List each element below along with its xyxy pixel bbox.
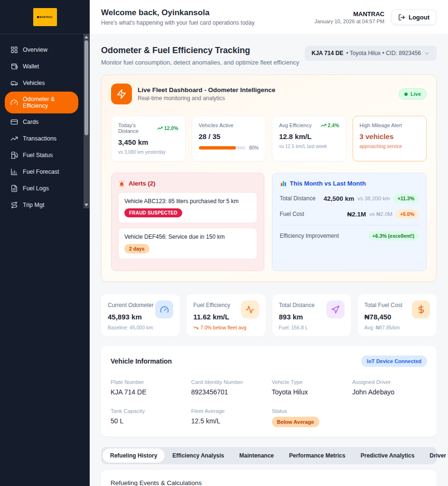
metric-sub: Baseline: 45,000 km	[108, 325, 173, 330]
sidebar-item-wallet[interactable]: Wallet	[5, 58, 78, 75]
stat-label: High Mileage Alert	[360, 122, 402, 128]
logout-button[interactable]: Logout	[391, 9, 437, 25]
iot-connected-badge: IoT Device Connected	[361, 355, 427, 367]
sidebar-item-odometer-efficiency[interactable]: Odometer & Efficiency	[5, 92, 78, 113]
gauge-icon	[155, 300, 173, 318]
page-content: Odometer & Fuel Efficiency Tracking Moni…	[90, 34, 448, 486]
comparison-label: Efficiency Improvement	[280, 233, 339, 239]
fraud-suspected-badge: FRAUD SUSPECTED	[124, 208, 182, 217]
scrollbar-thumb[interactable]	[84, 40, 88, 135]
change-badge: +11.3%	[393, 194, 419, 203]
field-card-identity-number: Card Identity Number 8923456701	[191, 379, 266, 396]
logout-icon	[398, 14, 405, 21]
sidebar: MANTRAC Overview Wallet Vehicles Odomete…	[0, 0, 90, 486]
alert-text: Vehicle ABC123: 85 liters purchased for …	[124, 198, 251, 205]
sidebar-nav: Overview Wallet Vehicles Odometer & Effi…	[0, 34, 90, 218]
sidebar-item-vehicles[interactable]: Vehicles	[5, 75, 78, 91]
field-plate-number: Plate Number KJA 714 DE	[111, 379, 186, 396]
welcome-subtitle: Here's what's happening with your fuel c…	[101, 19, 254, 26]
file-text-icon	[10, 185, 18, 192]
fuel-pump-icon	[10, 151, 18, 159]
tab-driver-performance[interactable]: Driver Performance	[422, 449, 448, 463]
vehicle-information-card: Vehicle Information IoT Device Connected…	[101, 346, 437, 437]
metric-sub: Avg: ₦87.85/km	[364, 325, 430, 330]
live-dashboard-title: Live Fleet Dashboard - Odometer Intellig…	[138, 86, 393, 93]
sidebar-item-transactions[interactable]: Transactions	[5, 131, 78, 147]
trending-up-icon	[10, 135, 18, 142]
navigation-icon	[327, 300, 345, 318]
sidebar-item-trip-mgt[interactable]: Trip Mgt	[5, 197, 78, 213]
sidebar-item-overview[interactable]: Overview	[5, 42, 78, 58]
comparison-label: Fuel Cost	[280, 211, 304, 217]
sidebar-item-label: Overview	[23, 47, 47, 53]
trend-up-badge: 12.0%	[157, 125, 178, 131]
mantrac-logo[interactable]: MANTRAC	[33, 8, 57, 26]
sidebar-item-label: Odometer & Efficiency	[23, 96, 73, 109]
logo-text: MANTRAC	[37, 16, 53, 19]
alert-text: Vehicle DEF456: Service due in 150 km	[124, 234, 251, 240]
month-comparison-title: This Month vs Last Month	[280, 180, 419, 187]
stat-sub: vs 3,080 km yesterday	[118, 150, 178, 155]
field-tank-capacity: Tank Capacity 50 L	[111, 408, 186, 427]
vehicles-active-progress: 80%	[199, 145, 259, 150]
trend-up-badge: 2.4%	[321, 122, 339, 128]
sidebar-item-cards[interactable]: Cards	[5, 114, 78, 130]
metric-label: Total Fuel Cost	[364, 300, 402, 308]
comparison-row-total-distance: Total Distance 42,500 km vs 38,200 km +1…	[280, 194, 419, 203]
alert-item[interactable]: Vehicle ABC123: 85 liters purchased for …	[118, 192, 257, 223]
stat-value: 12.8 km/L	[279, 132, 339, 140]
sidebar-item-fuel-forecast[interactable]: Fuel Forecast	[5, 164, 78, 180]
vehicle-selector-dropdown[interactable]: KJA 714 DE • Toyota Hilux • CID: 8923456	[305, 46, 437, 61]
tab-maintenance[interactable]: Maintenance	[232, 449, 281, 463]
metric-card-total-distance: Total Distance 893 km Fuel: 156.8 L	[272, 294, 351, 336]
credit-card-icon	[10, 118, 18, 126]
tab-predictive-analytics[interactable]: Predictive Analytics	[353, 449, 422, 463]
scroll-up-arrow-icon[interactable]	[84, 36, 88, 38]
month-comparison-panel: This Month vs Last Month Total Distance …	[272, 173, 427, 271]
due-days-badge: 2 days	[124, 244, 149, 253]
sidebar-item-fuel-logs[interactable]: Fuel Logs	[5, 180, 78, 196]
progress-track	[199, 146, 245, 150]
live-panels-row: Alerts (2) Vehicle ABC123: 85 liters pur…	[111, 173, 427, 271]
top-header: Welcome back, Oyinkansola Here's what's …	[90, 0, 448, 34]
metric-sub: 7.0% below fleet avg	[193, 325, 259, 330]
main-area: Welcome back, Oyinkansola Here's what's …	[90, 0, 448, 486]
scroll-down-arrow-icon[interactable]	[84, 204, 88, 206]
field-status: Status Below Average	[272, 408, 347, 427]
tab-efficiency-analysis[interactable]: Efficiency Analysis	[165, 449, 232, 463]
sidebar-item-label: Transactions	[23, 135, 56, 142]
sidebar-scrollbar[interactable]	[84, 34, 89, 208]
stat-label: Avg Efficiency	[279, 122, 312, 128]
sidebar-item-label: Fuel Forecast	[23, 168, 59, 175]
tab-refueling-history[interactable]: Refueling History	[103, 449, 165, 463]
car-icon	[10, 79, 18, 87]
panel-divider	[280, 225, 419, 225]
alert-item[interactable]: Vehicle DEF456: Service due in 150 km 2 …	[118, 228, 257, 259]
siren-icon	[118, 180, 125, 187]
stat-label: Today's Distance	[118, 122, 157, 134]
selected-vehicle-plate: KJA 714 DE	[311, 50, 343, 56]
brand-block: MANTRAC January 10, 2026 at 04:57 PM	[315, 10, 384, 24]
page-subtitle: Monitor fuel consumption, detect anomali…	[101, 59, 299, 66]
section-tabs: Refueling History Efficiency Analysis Ma…	[101, 447, 437, 464]
sidebar-item-fuel-status[interactable]: Fuel Status	[5, 147, 78, 163]
comparison-label: Total Distance	[280, 195, 316, 202]
header-right: MANTRAC January 10, 2026 at 04:57 PM Log…	[315, 9, 437, 25]
gauge-icon	[10, 99, 18, 106]
stat-card-avg-efficiency: Avg Efficiency 2.4% 12.8 km/L vs 12.5 km…	[272, 116, 346, 161]
metric-sub: Fuel: 156.8 L	[279, 325, 345, 330]
stat-sub: approaching service	[360, 144, 420, 149]
sidebar-item-label: Cards	[23, 119, 38, 125]
stat-value: 3,450 km	[118, 138, 178, 146]
live-dashboard-header: Live Fleet Dashboard - Odometer Intellig…	[111, 84, 427, 104]
field-vehicle-type: Vehicle Type Toyota Hilux	[272, 379, 347, 396]
stat-card-high-mileage-alert: High Mileage Alert 3 vehicles approachin…	[353, 116, 427, 161]
metric-cards-row: Current Odometer 45,893 km Baseline: 45,…	[101, 294, 437, 336]
sidebar-item-label: Fuel Logs	[23, 185, 49, 192]
tab-performance-metrics[interactable]: Performance Metrics	[281, 449, 353, 463]
page-title-block: Odometer & Fuel Efficiency Tracking Moni…	[101, 46, 299, 66]
stat-card-vehicles-active: Vehicles Active 28 / 35 80%	[192, 116, 266, 161]
field-assigned-driver: Assigned Driver John Adebayo	[352, 379, 427, 396]
stat-card-todays-distance: Today's Distance 12.0% 3,450 km vs 3,080…	[111, 116, 186, 161]
logo-container: MANTRAC	[0, 0, 90, 34]
